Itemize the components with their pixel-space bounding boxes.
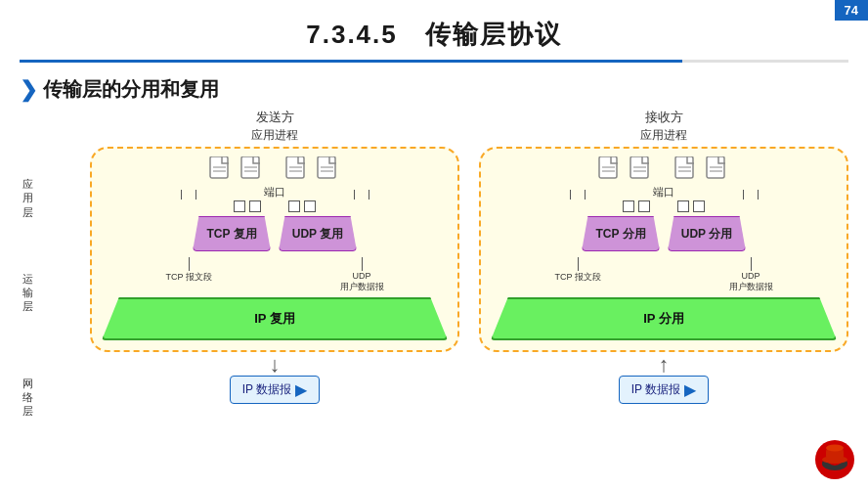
- sender-doc-1: [208, 156, 234, 186]
- receiver-doc-2: [629, 156, 654, 186]
- receiver-ip-box: IP 分用: [491, 297, 837, 340]
- sender-doc-4: [316, 156, 341, 186]
- receiver-tcp-label: TCP 报文段: [554, 271, 600, 284]
- receiver-port-label: 端口: [653, 185, 674, 200]
- sender-doc-2: [239, 156, 265, 186]
- receiver-up-arrow: ↑: [659, 354, 670, 376]
- receiver-port-3: [677, 200, 689, 212]
- sender-proto-row: TCP 复用 UDP 复用: [102, 216, 448, 251]
- sender-subtitle: 应用进程: [251, 127, 298, 144]
- sender-port-3: [288, 200, 300, 212]
- section-title-text: 传输层的分用和复用: [43, 76, 219, 103]
- receiver-ip-datagram: IP 数据报 ▶: [619, 376, 709, 404]
- receiver-title: 接收方: [645, 109, 683, 126]
- section-arrow: ❯: [20, 77, 37, 103]
- slide-number: 74: [835, 0, 868, 21]
- receiver-port-1: [623, 200, 634, 212]
- sender-ip-datagram: IP 数据报 ▶: [230, 376, 320, 404]
- sender-doc-row: [102, 156, 448, 186]
- redhat-logo: [813, 438, 856, 481]
- sender-title: 发送方: [256, 109, 294, 126]
- slide-title: 7.3.4.5 传输层协议: [0, 0, 868, 60]
- receiver-doc-row: [491, 156, 837, 186]
- app-layer-label: 应用层: [10, 177, 45, 219]
- sender-yellow-box: 端口 TCP 复用: [90, 147, 459, 352]
- sender-udp-box: UDP 复用: [279, 216, 357, 251]
- receiver-doc-4: [705, 156, 730, 186]
- datagram-right-arrow-2: ▶: [684, 380, 696, 399]
- receiver-doc-3: [673, 156, 699, 186]
- sender-tcp-label: TCP 报文段: [165, 271, 211, 284]
- sender-port-label: 端口: [264, 185, 285, 200]
- receiver-port-row: [491, 200, 837, 212]
- receiver-doc-1: [597, 156, 623, 186]
- sender-udp-label: UDP用户数据报: [340, 271, 384, 293]
- transport-layer-label: 运输层: [10, 272, 45, 314]
- receiver-tcp-box: TCP 分用: [582, 216, 660, 251]
- sender-doc-3: [284, 156, 310, 186]
- sender-port-4: [304, 200, 316, 212]
- divider: [20, 60, 848, 63]
- sender-port-2: [249, 200, 261, 212]
- datagram-right-arrow: ▶: [295, 380, 307, 399]
- receiver-udp-label: UDP用户数据报: [729, 271, 773, 293]
- sender-port-1: [234, 200, 245, 212]
- layer-labels: 应用层 运输层 网络层: [10, 109, 45, 419]
- receiver-diagram: 接收方 应用进程 端口: [479, 109, 848, 419]
- receiver-subtitle: 应用进程: [640, 127, 687, 144]
- section-title: ❯ 传输层的分用和复用: [0, 72, 868, 109]
- receiver-udp-box: UDP 分用: [668, 216, 746, 251]
- receiver-port-4: [693, 200, 705, 212]
- receiver-yellow-box: 端口 TCP 分用 UDP 分用: [479, 147, 848, 352]
- network-layer-label: 网络层: [10, 377, 45, 419]
- sender-tcp-box: TCP 复用: [193, 216, 271, 251]
- receiver-proto-row: TCP 分用 UDP 分用: [491, 216, 837, 251]
- sender-diagram: 发送方 应用进程: [90, 109, 459, 419]
- receiver-port-2: [638, 200, 650, 212]
- sender-ip-box: IP 复用: [102, 297, 448, 340]
- sender-down-arrow: ↓: [270, 354, 281, 376]
- sender-port-row: [102, 200, 448, 212]
- svg-point-30: [826, 445, 844, 452]
